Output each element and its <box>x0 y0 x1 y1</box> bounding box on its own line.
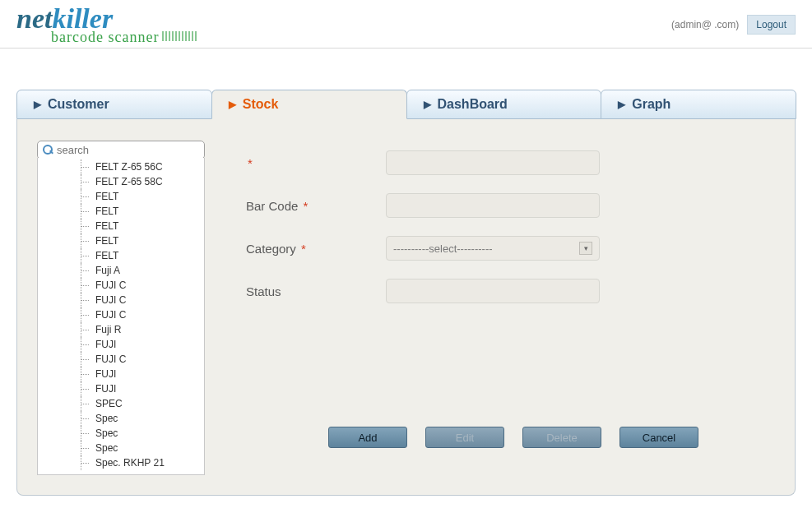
tree-item[interactable]: Fuji R <box>38 322 204 337</box>
barcode-label: Bar Code * <box>246 199 386 213</box>
tree-item[interactable]: SPEC <box>38 396 204 411</box>
tree-item[interactable]: FUJI C <box>38 352 204 367</box>
tree-item[interactable]: Spec <box>38 441 204 455</box>
tree-item[interactable]: Spec <box>38 411 204 426</box>
tab-customer[interactable]: ▶ Customer <box>16 90 212 119</box>
tree-item[interactable]: FUJI <box>38 381 204 396</box>
caret-right-icon: ▶ <box>34 90 41 119</box>
status-input[interactable] <box>386 279 600 303</box>
add-button[interactable]: Add <box>328 427 407 448</box>
app-logo: netkiller barcode scanner <box>16 5 159 44</box>
tab-dashboard[interactable]: ▶ DashBoard <box>406 90 602 119</box>
chevron-down-icon: ▾ <box>579 242 592 255</box>
caret-right-icon: ▶ <box>618 90 625 119</box>
sidebar: FELT Z-65 56CFELT Z-65 58CFELTFELTFELTFE… <box>37 141 205 475</box>
tree-item[interactable]: Spec <box>38 426 204 441</box>
tab-label: DashBoard <box>438 90 508 119</box>
main-panel: FELT Z-65 56CFELT Z-65 58CFELTFELTFELTFE… <box>16 119 796 496</box>
search-input[interactable] <box>57 144 199 156</box>
tab-graph[interactable]: ▶ Graph <box>601 90 796 119</box>
tree-item[interactable]: FUJI <box>38 367 204 381</box>
logo-subtitle: barcode scanner <box>16 30 159 44</box>
tree-item[interactable]: FUJI C <box>38 307 204 322</box>
tab-stock[interactable]: ▶ Stock <box>211 90 407 119</box>
main-tabs: ▶ Customer ▶ Stock ▶ DashBoard ▶ Graph <box>16 90 796 119</box>
tree-item[interactable]: FELT Z-65 58C <box>38 174 204 189</box>
select-placeholder: ----------select---------- <box>393 243 493 255</box>
tree-item[interactable]: FELT Z-65 56C <box>38 159 204 174</box>
tree-item[interactable]: FELT <box>38 233 204 248</box>
status-label: Status <box>246 284 386 298</box>
field1-input[interactable] <box>386 150 600 175</box>
tree-item[interactable]: FELT <box>38 248 204 263</box>
tree-item[interactable]: Spec. RKHP 21 <box>38 455 204 470</box>
tree-item[interactable]: FUJI C <box>38 293 204 307</box>
tree-view[interactable]: FELT Z-65 56CFELT Z-65 58CFELTFELTFELTFE… <box>37 158 205 475</box>
tab-label: Stock <box>243 90 279 119</box>
tree-item[interactable]: FELT <box>38 189 204 204</box>
search-box[interactable] <box>37 141 205 159</box>
tree-item[interactable]: Fuji A <box>38 263 204 278</box>
search-icon <box>43 145 53 155</box>
tree-item[interactable]: FELT <box>38 219 204 233</box>
logout-button[interactable]: Logout <box>747 15 796 35</box>
tab-label: Graph <box>632 90 670 119</box>
caret-right-icon: ▶ <box>229 90 236 119</box>
caret-right-icon: ▶ <box>424 90 431 119</box>
edit-button[interactable]: Edit <box>425 427 504 448</box>
category-label: Category * <box>246 242 386 256</box>
tree-item[interactable]: FUJI C <box>38 278 204 293</box>
delete-button[interactable]: Delete <box>522 427 601 448</box>
stock-form: * Bar Code * Category * ----------select… <box>246 141 775 475</box>
category-select[interactable]: ----------select---------- ▾ <box>386 236 600 261</box>
field1-label: * <box>246 156 386 170</box>
barcode-input[interactable] <box>386 193 600 218</box>
tree-item[interactable]: FUJI <box>38 337 204 352</box>
cancel-button[interactable]: Cancel <box>619 427 698 448</box>
user-email: (admin@ .com) <box>671 19 739 30</box>
tab-label: Customer <box>48 90 109 119</box>
tree-item[interactable]: FELT <box>38 204 204 219</box>
